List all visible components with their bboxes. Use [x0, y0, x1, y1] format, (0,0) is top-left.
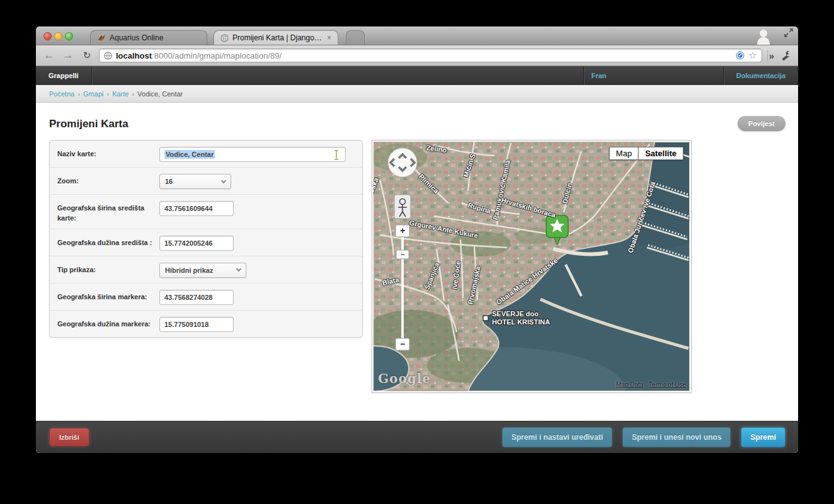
terms-of-use-link[interactable]: Terms of Use — [649, 381, 686, 388]
reload-button[interactable]: ↻ — [80, 50, 94, 61]
zoom-slider-handle[interactable]: − — [396, 250, 409, 259]
poi-label-line1: SEVERJE doo — [492, 310, 550, 318]
breadcrumb-separator: › — [132, 90, 134, 98]
bookmark-star-icon[interactable]: ☆ — [748, 50, 757, 61]
breadcrumb-separator: › — [106, 90, 109, 98]
back-button[interactable]: ← — [42, 49, 56, 62]
extensions-overflow-icon[interactable]: » — [767, 50, 774, 61]
url-text[interactable]: localhost:8000/admin/gmapi/maplocation/8… — [116, 51, 732, 60]
breadcrumb-home-link[interactable]: Početna — [49, 90, 74, 98]
tab-aquarius-online[interactable]: Aquarius Online — [90, 30, 207, 45]
form-row: Geografska širina markera: 43.7568274028 — [50, 283, 362, 310]
field-label: Geografska širina središta karte: — [57, 201, 159, 224]
map-canvas[interactable]: + − − Zelino Mićin S Pam — [374, 142, 690, 391]
chevron-down-icon — [236, 266, 241, 272]
poi-label: SEVERJE doo HOTEL KRISTINA — [492, 310, 550, 326]
satellite-view-button[interactable]: Satellite — [638, 147, 683, 160]
breadcrumb-separator: › — [77, 90, 80, 98]
window-titlebar[interactable]: Aquarius Online Promijeni Karta | Django… — [36, 26, 798, 45]
form-row: Geografska dužina markera: 15.775091018 — [50, 310, 362, 337]
sirina-sredista-input[interactable]: 43.7561609644 — [159, 201, 234, 216]
select-value: 16 — [165, 178, 173, 185]
svg-text:−: − — [400, 250, 404, 259]
breadcrumb-current: Vodice, Centar — [137, 90, 183, 98]
delete-button[interactable]: Izbriši — [49, 428, 89, 447]
page: Grappelli Fran Dokumentacija Početna › G… — [36, 66, 798, 453]
save-and-continue-button[interactable]: Spremi i nastavi uređivati — [502, 427, 612, 447]
poi-label-line2: HOTEL KRISTINA — [492, 318, 550, 326]
url-path: :8000/admin/gmapi/maplocation/89/ — [152, 51, 282, 60]
sirina-markera-input[interactable]: 43.7568274028 — [159, 290, 234, 305]
duzina-markera-input[interactable]: 15.775091018 — [159, 317, 234, 332]
breadcrumb-model-link[interactable]: Karte — [112, 90, 129, 98]
select-value: Hibridni prikaz — [165, 266, 213, 274]
profile-icon[interactable] — [755, 28, 772, 45]
map-view-button[interactable]: Map — [609, 147, 638, 160]
form-row: Zoom: 16 — [50, 167, 362, 194]
forward-button[interactable]: → — [61, 49, 75, 62]
field-label: Naziv karte: — [57, 147, 159, 159]
zoom-out-button[interactable]: − — [396, 338, 409, 350]
tab-promijeni-karta[interactable]: Promijeni Karta | Django adm × — [214, 30, 338, 45]
breadcrumb: Početna › Gmapi › Karte › Vodice, Centar — [36, 85, 798, 103]
field-label: Geografska dužina markera: — [57, 317, 159, 329]
map-type-control: Map Satellite — [609, 147, 683, 160]
admin-header: Grappelli Fran Dokumentacija — [36, 66, 798, 85]
form-row: Geografska širina središta karte: 43.756… — [50, 194, 362, 229]
expand-icon[interactable] — [784, 28, 793, 37]
zoom-select[interactable]: 16 — [159, 174, 231, 189]
browser-window: Aquarius Online Promijeni Karta | Django… — [36, 26, 798, 453]
map-data-link[interactable]: Map Data — [616, 381, 643, 388]
text-cursor-icon — [333, 150, 340, 160]
url-bar[interactable]: localhost:8000/admin/gmapi/maplocation/8… — [99, 49, 762, 62]
documentation-link[interactable]: Dokumentacija — [723, 66, 798, 85]
chevron-down-icon — [221, 178, 226, 183]
tab-title: Aquarius Online — [110, 33, 200, 42]
input-value: 43.7568274028 — [164, 294, 212, 301]
street-view-pegman[interactable] — [394, 195, 411, 219]
submit-row: Izbriši Spremi i nastavi uređivati Sprem… — [36, 421, 798, 453]
save-button[interactable]: Spremi — [741, 427, 785, 447]
form-row: Tip prikaza: Hibridni prikaz — [50, 256, 362, 283]
form-row: Naziv karte: Vodice, Centar — [50, 140, 362, 167]
brand: Grappelli — [36, 66, 92, 85]
tab-close-icon[interactable]: × — [327, 34, 331, 42]
content: Promijeni Karta Povijest Naziv karte: Vo… — [36, 103, 798, 421]
input-value: 15.775091018 — [164, 321, 208, 328]
map-attribution: Map Data - Terms of Use — [616, 381, 686, 388]
user-link[interactable]: Fran — [583, 66, 723, 85]
field-label: Geografska dužina središta : — [57, 236, 159, 248]
url-host: localhost — [116, 51, 152, 60]
input-value: 15.7742005246 — [164, 239, 212, 247]
zoom-in-button[interactable]: + — [396, 225, 409, 237]
field-label: Zoom: — [57, 174, 159, 186]
duzina-sredista-input[interactable]: 15.7742005246 — [159, 236, 234, 251]
tab-title: Promijeni Karta | Django adm — [232, 33, 323, 42]
close-window-button[interactable] — [43, 32, 52, 40]
globe-favicon — [220, 34, 229, 42]
input-value-selected: Vodice, Centar — [164, 150, 215, 159]
field-label: Geografska širina markera: — [57, 290, 159, 302]
bird-favicon — [97, 34, 106, 42]
map-pan-control[interactable] — [388, 148, 417, 177]
breadcrumb-app-link[interactable]: Gmapi — [83, 90, 103, 98]
map-frame: + − − Zelino Mićin S Pam — [372, 140, 692, 393]
form-row: Geografska dužina središta : 15.77420052… — [50, 229, 362, 256]
wrench-menu-icon[interactable] — [779, 49, 792, 62]
zoom-window-button[interactable] — [65, 32, 73, 40]
history-button[interactable]: Povijest — [738, 116, 785, 131]
input-value: 43.7561609644 — [164, 205, 212, 212]
new-tab-button[interactable] — [346, 30, 365, 45]
save-and-add-another-button[interactable]: Spremi i unesi novi unos — [622, 427, 731, 447]
page-action-icon[interactable] — [736, 51, 745, 60]
field-label: Tip prikaza: — [57, 263, 159, 275]
minimize-window-button[interactable] — [54, 32, 62, 40]
google-logo: Google — [378, 371, 431, 386]
naziv-karte-input[interactable]: Vodice, Centar — [159, 147, 346, 162]
form-panel: Naziv karte: Vodice, Centar Zoom: — [49, 140, 363, 338]
svg-text:−: − — [400, 339, 405, 349]
attribution-separator: - — [643, 381, 649, 388]
browser-toolbar: ← → ↻ localhost:8000/admin/gmapi/maploca… — [36, 45, 798, 66]
tip-prikaza-select[interactable]: Hibridni prikaz — [159, 263, 246, 278]
svg-text:+: + — [400, 226, 405, 236]
